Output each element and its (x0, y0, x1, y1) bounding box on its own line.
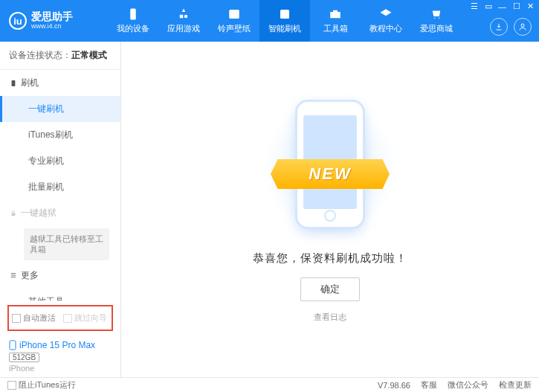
svg-point-3 (521, 24, 524, 27)
group-label: 刷机 (21, 77, 39, 89)
phone-icon (126, 7, 141, 21)
jailbreak-note[interactable]: 越狱工具已转移至工具箱 (24, 228, 109, 260)
maximize-icon[interactable]: ☐ (512, 2, 520, 10)
skin-icon[interactable]: ▭ (484, 2, 492, 10)
cart-icon (429, 7, 444, 21)
svg-rect-4 (12, 80, 16, 86)
group-label: 更多 (21, 269, 39, 282)
nav-ringtone[interactable]: 铃声壁纸 (209, 0, 259, 42)
sub-itunes-flash[interactable]: iTunes刷机 (0, 122, 120, 148)
nav-my-device[interactable]: 我的设备 (108, 0, 158, 42)
apps-icon (176, 7, 191, 21)
svg-rect-5 (12, 213, 16, 216)
nav-label: 智能刷机 (268, 23, 301, 34)
menu-icon[interactable]: ☰ (470, 2, 478, 10)
device-storage: 512GB (9, 353, 39, 362)
svg-rect-1 (229, 10, 239, 19)
window-controls: ☰ ▭ — ☐ ✕ (470, 2, 535, 10)
image-icon (227, 7, 242, 21)
download-button[interactable] (490, 18, 508, 36)
toolbox-icon (328, 7, 343, 21)
device-info: iPhone 15 Pro Max 512GB iPhone (0, 335, 120, 377)
sub-pro-flash[interactable]: 专业刷机 (0, 148, 120, 174)
nav-toolbox[interactable]: 工具箱 (310, 0, 361, 42)
checkbox-label: 阻止iTunes运行 (19, 380, 76, 389)
user-button[interactable] (514, 18, 532, 36)
view-log-link[interactable]: 查看日志 (314, 312, 346, 323)
footer: 阻止iTunes运行 V7.98.66 客服 微信公众号 检查更新 (0, 377, 539, 392)
sub-batch-flash[interactable]: 批量刷机 (0, 174, 120, 200)
nav-label: 我的设备 (117, 23, 149, 34)
lock-icon (10, 211, 16, 216)
status-label: 设备连接状态： (9, 50, 71, 60)
ok-button[interactable]: 确定 (300, 277, 360, 301)
app-header: iu 爱思助手 www.i4.cn 我的设备 应用游戏 铃声壁纸 智能刷机 工具… (0, 0, 539, 42)
status-mode: 正常模式 (71, 50, 107, 60)
options-box: 自动激活 跳过向导 (7, 305, 113, 331)
device-type: iPhone (9, 364, 112, 373)
nav-flash[interactable]: 智能刷机 (259, 0, 310, 42)
list-icon (10, 272, 16, 278)
nav-tutorial[interactable]: 教程中心 (361, 0, 411, 42)
checkbox-label: 跳过向导 (74, 313, 107, 322)
nav-label: 爱思商城 (420, 23, 453, 34)
ribbon-new: NEW (271, 159, 390, 189)
nav-label: 铃声壁纸 (218, 23, 251, 34)
footer-link-support[interactable]: 客服 (421, 379, 437, 391)
phone-small-icon (10, 80, 16, 86)
checkbox-label: 自动激活 (23, 313, 56, 322)
nav-label: 应用游戏 (167, 23, 200, 34)
version-label: V7.98.66 (378, 381, 410, 390)
brand-url: www.i4.cn (31, 23, 73, 30)
brand-name: 爱思助手 (31, 11, 73, 22)
logo-area: iu 爱思助手 www.i4.cn (0, 11, 108, 30)
footer-link-wechat[interactable]: 微信公众号 (448, 379, 488, 391)
group-label: 一键越狱 (21, 207, 57, 219)
refresh-icon (277, 7, 292, 21)
device-status: 设备连接状态：正常模式 (0, 42, 120, 70)
device-name[interactable]: iPhone 15 Pro Max (9, 340, 112, 350)
sub-one-click-flash[interactable]: 一键刷机 (0, 96, 120, 122)
svg-rect-2 (280, 10, 289, 19)
nav-shop[interactable]: 爱思商城 (411, 0, 462, 42)
group-jailbreak: 一键越狱 (0, 200, 120, 226)
group-flash[interactable]: 刷机 (0, 70, 120, 96)
footer-link-update[interactable]: 检查更新 (499, 379, 532, 391)
checkbox-skip-guide[interactable]: 跳过向导 (63, 312, 107, 324)
top-nav: 我的设备 应用游戏 铃声壁纸 智能刷机 工具箱 教程中心 爱思商城 (108, 0, 462, 42)
main-panel: NEW 恭喜您，保资料刷机成功啦！ 确定 查看日志 (121, 42, 539, 377)
phone-icon (9, 340, 16, 350)
sub-other-tools[interactable]: 其他工具 (0, 289, 120, 301)
success-message: 恭喜您，保资料刷机成功啦！ (253, 251, 407, 266)
nav-label: 工具箱 (323, 23, 348, 34)
close-icon[interactable]: ✕ (526, 2, 535, 10)
checkbox-auto-activate[interactable]: 自动激活 (12, 312, 56, 324)
group-more[interactable]: 更多 (0, 263, 120, 289)
success-illustration: NEW (263, 96, 397, 241)
nav-apps[interactable]: 应用游戏 (158, 0, 209, 42)
minimize-icon[interactable]: — (498, 2, 506, 10)
logo-icon: iu (9, 12, 27, 30)
nav-label: 教程中心 (369, 23, 402, 34)
sidebar: 设备连接状态：正常模式 刷机 一键刷机 iTunes刷机 专业刷机 批量刷机 一… (0, 42, 121, 377)
svg-rect-6 (10, 341, 16, 350)
graduation-icon (378, 7, 393, 21)
svg-rect-0 (130, 9, 136, 20)
checkbox-block-itunes[interactable]: 阻止iTunes运行 (7, 379, 76, 391)
